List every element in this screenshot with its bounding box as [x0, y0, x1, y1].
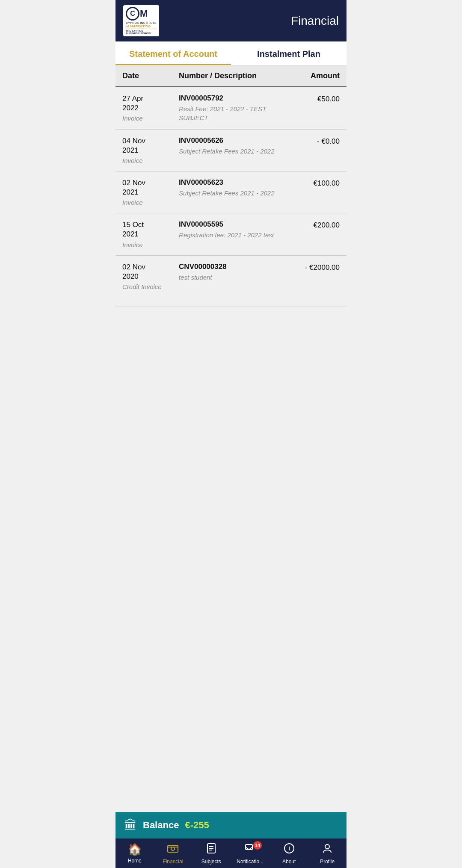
nav-label-home: Home	[128, 858, 142, 864]
table-row[interactable]: 02 Nov 2020 Credit Invoice CNV00000328 t…	[116, 256, 346, 307]
col-header-date: Date	[122, 71, 179, 80]
row-amount: €100.00	[279, 178, 340, 188]
row-description: CNV00000328 test student	[179, 263, 279, 282]
table-row[interactable]: 04 Nov 2021 Invoice INV00005626 Subject …	[116, 130, 346, 171]
row-amount: €200.00	[279, 220, 340, 230]
row-description: INV00005623 Subject Retake Fees 2021 - 2…	[179, 178, 279, 198]
balance-bar: 🏛 Balance €-255	[116, 812, 346, 838]
table-row[interactable]: 15 Oct 2021 Invoice INV00005595 Registra…	[116, 213, 346, 255]
about-icon: i	[284, 843, 295, 857]
transactions-list: 27 Apr 2022 Invoice INV00005792 Resit Fe…	[116, 87, 346, 812]
tab-instalment[interactable]: Instalment Plan	[231, 41, 346, 65]
nav-item-subjects[interactable]: Subjects	[198, 843, 224, 865]
logo-area: C M CYPRUS INSTITUTE of MARKETING THE CY…	[123, 5, 159, 36]
nav-label-about: About	[282, 859, 296, 865]
profile-icon	[322, 843, 333, 857]
page-title: Financial	[291, 14, 339, 28]
col-header-amount: Amount	[279, 71, 340, 80]
nav-label-notifications: Notificatio...	[237, 859, 264, 865]
row-date: 02 Nov 2020 Credit Invoice	[122, 263, 179, 290]
nav-item-about[interactable]: i About	[276, 843, 302, 865]
balance-amount: €-255	[185, 820, 209, 831]
row-description: INV00005626 Subject Retake Fees 2021 - 2…	[179, 136, 279, 156]
bottom-navigation: 🏠 Home Financial Subjects	[116, 838, 346, 868]
nav-item-home[interactable]: 🏠 Home	[122, 843, 148, 865]
svg-rect-7	[246, 844, 252, 850]
nav-item-profile[interactable]: Profile	[314, 843, 340, 865]
row-date: 15 Oct 2021 Invoice	[122, 220, 179, 248]
logo-image: C M CYPRUS INSTITUTE of MARKETING THE CY…	[123, 5, 159, 36]
nav-item-financial[interactable]: Financial	[160, 843, 186, 865]
row-amount: - €2000.00	[279, 263, 340, 272]
tab-bar: Statement of Account Instalment Plan	[116, 41, 346, 65]
nav-label-subjects: Subjects	[201, 859, 221, 865]
row-date: 04 Nov 2021 Invoice	[122, 136, 179, 164]
row-amount: €50.00	[279, 94, 340, 103]
row-amount: - €0.00	[279, 136, 340, 146]
row-date: 02 Nov 2021 Invoice	[122, 178, 179, 206]
nav-item-notifications[interactable]: 14 Notificatio...	[237, 843, 264, 865]
app-header: C M CYPRUS INSTITUTE of MARKETING THE CY…	[116, 0, 346, 41]
table-row[interactable]: 02 Nov 2021 Invoice INV00005623 Subject …	[116, 171, 346, 213]
svg-point-10	[325, 844, 329, 849]
nav-label-profile: Profile	[320, 859, 335, 865]
col-header-description: Number / Description	[179, 71, 279, 80]
notifications-badge: 14	[253, 841, 262, 850]
svg-text:i: i	[288, 845, 290, 852]
row-date: 27 Apr 2022 Invoice	[122, 94, 179, 122]
table-row[interactable]: 27 Apr 2022 Invoice INV00005792 Resit Fe…	[116, 87, 346, 130]
subjects-icon	[206, 843, 217, 857]
nav-label-financial: Financial	[163, 859, 183, 865]
financial-icon	[167, 843, 178, 857]
tab-statement[interactable]: Statement of Account	[116, 41, 231, 65]
home-icon: 🏠	[128, 843, 142, 856]
svg-rect-0	[168, 845, 178, 852]
row-description: INV00005792 Resit Fee: 2021 - 2022 - TES…	[179, 94, 279, 122]
svg-point-1	[171, 847, 175, 850]
balance-label: Balance	[143, 820, 179, 831]
table-header: Date Number / Description Amount	[116, 65, 346, 87]
bank-icon: 🏛	[124, 818, 137, 833]
row-description: INV00005595 Registration fee: 2021 - 202…	[179, 220, 279, 239]
